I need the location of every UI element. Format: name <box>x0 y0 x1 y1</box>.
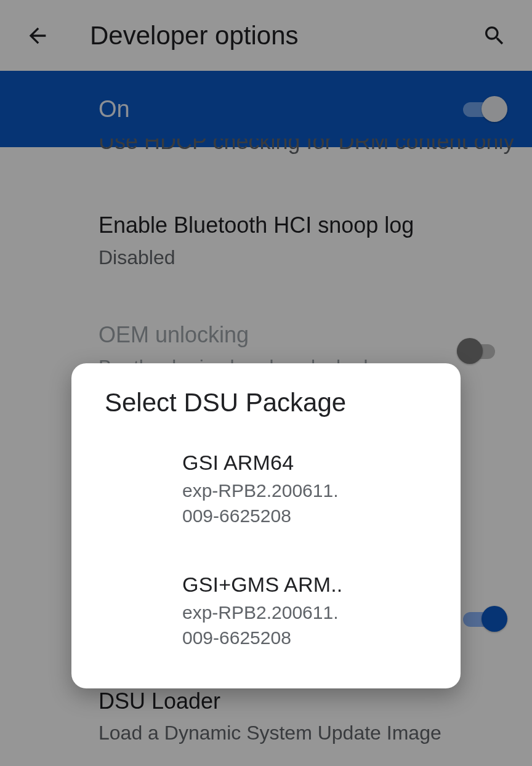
option-title: GSI ARM64 <box>182 451 427 475</box>
option-subtitle: exp-RPB2.200611.009-6625208 <box>182 478 427 528</box>
dsu-package-dialog: Select DSU Package GSI ARM64 exp-RPB2.20… <box>71 363 461 688</box>
dsu-option-gsi-arm64[interactable]: GSI ARM64 exp-RPB2.200611.009-6625208 <box>71 440 461 539</box>
option-subtitle: exp-RPB2.200611.009-6625208 <box>182 600 427 650</box>
option-title: GSI+GMS ARM.. <box>182 573 427 597</box>
dialog-title: Select DSU Package <box>71 388 461 417</box>
dsu-option-gsi-gms-arm[interactable]: GSI+GMS ARM.. exp-RPB2.200611.009-662520… <box>71 562 461 661</box>
